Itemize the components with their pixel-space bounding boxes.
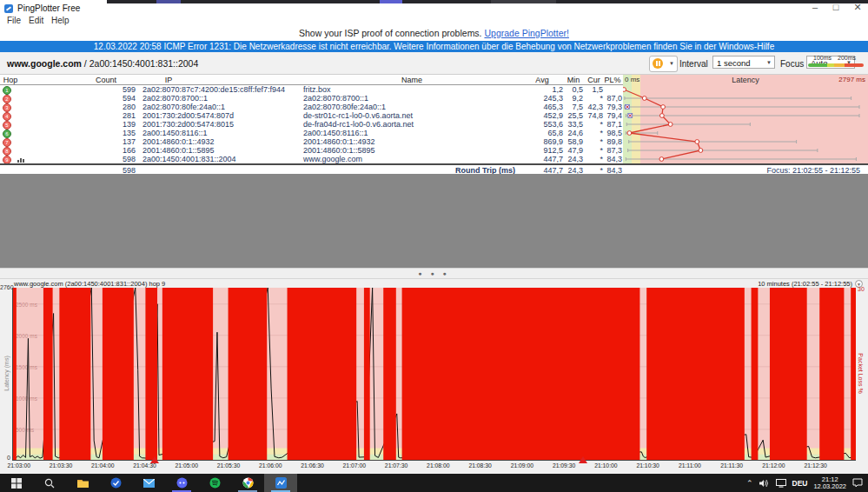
cell-cur: 74,8 (585, 111, 603, 120)
col-count[interactable]: Count (76, 76, 136, 84)
cell-min: 58,9 (564, 137, 583, 146)
chevron-down-icon: ▼ (766, 57, 772, 70)
taskbar-chrome[interactable] (231, 474, 264, 492)
menu-file[interactable]: File (7, 16, 21, 25)
interval-select[interactable]: 1 second▼ (712, 56, 775, 69)
taskbar-file-explorer[interactable] (66, 474, 99, 492)
volume-icon[interactable] (759, 479, 770, 488)
cell-avg: 245,3 (521, 94, 563, 103)
timeline-range-label[interactable]: 10 minutes (21:02:55 - 21:12:55) (758, 280, 852, 288)
cell-avg: 1,2 (521, 85, 563, 94)
pause-dropdown-button[interactable]: ▼ (666, 56, 678, 72)
tray-clock[interactable]: 21:12 12.03.2022 (813, 476, 846, 490)
cell-ip: 2a00:1450:4001:831::2004 (142, 155, 236, 163)
taskbar-search-button[interactable] (33, 474, 66, 492)
col-avg[interactable]: Avg (521, 76, 563, 84)
time-tick-label: 21:04:00 (83, 462, 122, 469)
cell-ip: 2a02:8070:87c7:4200:de15:c8ff:fef7:f944 (142, 85, 285, 94)
cell-min: 0,5 (564, 85, 583, 94)
time-tick-label: 21:07:00 (335, 462, 374, 469)
time-tick-label: 21:12:00 (754, 462, 792, 469)
cell-cur: * (585, 94, 603, 103)
cell-count: 139 (76, 120, 136, 129)
pause-button[interactable] (649, 56, 668, 72)
tray-language[interactable]: DEU (792, 479, 808, 488)
latency-axis-max: 2797 ms (838, 76, 865, 83)
cell-min: 24,6 (564, 129, 583, 137)
cell-avg: 452,9 (521, 111, 563, 120)
toolbar: www.google.com / 2a00:1450:4001:831::200… (0, 52, 868, 75)
time-tick-label: 21:06:30 (294, 462, 332, 469)
focus-label: Focus (780, 59, 804, 69)
svg-text:1500 ms: 1500 ms (16, 364, 38, 370)
tray-chevron-up-icon[interactable]: ⌃ (746, 479, 753, 488)
legend-gradient-bar (808, 63, 864, 67)
start-button[interactable] (0, 474, 33, 492)
event-marker-icon[interactable] (579, 456, 587, 463)
menu-help[interactable]: Help (51, 16, 70, 25)
time-tick-label: 21:07:30 (377, 462, 415, 469)
cell-pl: 87,3 (603, 146, 622, 155)
pane-splitter[interactable]: ● ● ● (0, 268, 868, 279)
time-tick-label: 21:10:30 (629, 462, 667, 469)
event-marker-icon[interactable] (150, 456, 159, 463)
cell-pl: 98,5 (603, 129, 622, 137)
timeline-graph-panel: www.google.com (2a00:1450:4001:831::2004… (0, 279, 868, 474)
taskbar-pingplotter-active[interactable] (264, 474, 297, 492)
pingplotter-app-icon (4, 4, 13, 13)
col-pl[interactable]: PL% (603, 76, 622, 84)
mail-icon (143, 479, 155, 488)
time-axis: 21:03:0021:03:3021:04:0021:04:3021:05:00… (0, 462, 868, 471)
cell-cur: 1,5 (585, 85, 603, 94)
menu-edit[interactable]: Edit (29, 16, 43, 25)
latency-color-legend: 100ms 200ms (808, 55, 864, 70)
cell-name: 2a00:1450:8116::1 (303, 129, 368, 137)
interval-label: Interval (679, 59, 708, 69)
timeline-plot[interactable]: 500 ms1000 ms1500 ms2000 ms2500 ms (12, 288, 856, 461)
taskbar-spotify[interactable] (198, 474, 231, 492)
upgrade-link[interactable]: Upgrade PingPlotter! (484, 28, 568, 38)
taskbar-discord[interactable] (165, 474, 198, 492)
time-tick-label: 21:05:30 (209, 462, 248, 469)
latency-graph-column: 0 ms Latency 2797 ms (623, 75, 868, 163)
cell-count: 281 (76, 111, 136, 120)
col-name[interactable]: Name (303, 76, 520, 84)
cell-pl: 84,3 (603, 155, 622, 163)
window-title: PingPlotter Free (17, 3, 80, 13)
target-address: www.google.com / 2a00:1450:4001:831::200… (7, 58, 198, 69)
system-tray: ⌃ DEU 21:12 12.03.2022 (746, 474, 866, 492)
cell-cur: * (585, 129, 603, 137)
col-min[interactable]: Min (564, 76, 583, 84)
col-hop[interactable]: Hop (0, 76, 21, 84)
discord-icon (176, 477, 188, 489)
folder-icon (77, 478, 89, 488)
time-tick-label: 21:05:00 (168, 462, 206, 469)
cell-min: 33,5 (564, 120, 583, 129)
col-cur[interactable]: Cur (585, 76, 603, 84)
pause-icon (653, 58, 663, 69)
right-axis-title: Packet Loss % (858, 346, 864, 402)
cell-min: 9,2 (564, 94, 583, 103)
cell-avg: 447,7 (521, 155, 563, 163)
cell-name: 2001:4860:0:1::4932 (303, 137, 375, 146)
upgrade-banner-text: Show your ISP proof of connection proble… (299, 28, 482, 38)
cell-count: 135 (76, 129, 136, 137)
taskbar-todo-app[interactable] (99, 474, 132, 492)
cell-ip: 2001:4860:0:1::5895 (142, 146, 215, 155)
action-center-icon[interactable] (852, 478, 863, 488)
col-ip[interactable]: IP (142, 76, 195, 84)
network-icon[interactable] (776, 479, 786, 488)
cell-cur: * (585, 120, 603, 129)
cell-count: 599 (76, 85, 136, 94)
time-tick-label: 21:11:30 (712, 462, 751, 469)
time-tick-label: 21:11:00 (671, 462, 709, 469)
cell-avg: 553,6 (521, 120, 563, 129)
windows-taskbar: ⌃ DEU 21:12 12.03.2022 (0, 474, 868, 492)
taskbar-mail-app[interactable] (132, 474, 165, 492)
pingplotter-icon (275, 477, 287, 489)
cell-name: 2a02:8070:8700::1 (303, 94, 368, 103)
svg-text:2000 ms: 2000 ms (16, 333, 38, 339)
cell-cur: * (585, 155, 603, 163)
cell-pl: 89,8 (603, 137, 622, 146)
cell-pl: 79,3 (603, 103, 622, 111)
